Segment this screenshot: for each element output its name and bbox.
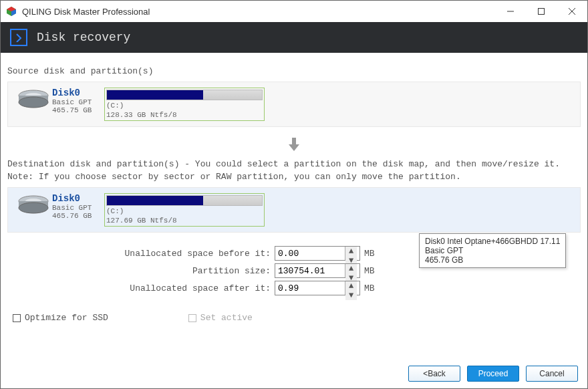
svg-marker-12 <box>289 144 299 151</box>
proceed-button[interactable]: Proceed <box>467 366 519 382</box>
partition-desc: 127.69 GB Ntfs/8 <box>106 217 263 225</box>
source-label: Source disk and partition(s) <box>7 66 581 76</box>
svg-rect-4 <box>539 9 545 15</box>
arrow-down-icon <box>7 136 581 152</box>
optimize-ssd-checkbox[interactable]: Optimize for SSD <box>13 313 108 323</box>
partition-size-stepper[interactable]: ▲▼ <box>275 263 360 278</box>
checkbox-icon <box>13 314 21 322</box>
spin-up-icon[interactable]: ▲ <box>345 247 357 256</box>
destination-label: Destination disk and partition(s) - You … <box>7 159 581 169</box>
destination-disk-size: 465.76 GB <box>52 212 104 220</box>
field-label: Unallocated space after it: <box>7 283 275 293</box>
partition-desc: 128.33 GB Ntfs/8 <box>106 111 263 119</box>
minimize-button[interactable] <box>495 1 526 22</box>
unalloc-before-stepper[interactable]: ▲▼ <box>275 246 360 261</box>
maximize-button[interactable] <box>526 1 557 22</box>
source-disk-panel: Disk0 Basic GPT 465.75 GB (C:) 128.33 GB… <box>7 82 581 127</box>
unalloc-before-input[interactable] <box>275 247 345 260</box>
destination-disk-type: Basic GPT <box>52 204 104 212</box>
destination-partition[interactable]: (C:) 127.69 GB Ntfs/8 <box>104 193 265 227</box>
svg-rect-11 <box>292 138 296 144</box>
window-title: QILING Disk Master Professional <box>22 7 495 17</box>
tooltip-line2: Basic GPT <box>425 246 560 255</box>
page-title: Disk recovery <box>37 31 130 44</box>
partition-bar <box>106 90 263 100</box>
unit-label: MB <box>364 249 375 259</box>
checkbox-icon <box>188 314 196 322</box>
source-disk-size: 465.75 GB <box>52 106 104 114</box>
destination-disk-panel[interactable]: Disk0 Basic GPT 465.76 GB (C:) 127.69 GB… <box>7 187 581 233</box>
unit-label: MB <box>364 266 375 276</box>
partition-letter: (C:) <box>106 102 263 110</box>
partition-bar <box>106 195 263 206</box>
hard-disk-icon <box>15 193 52 215</box>
spin-up-icon[interactable]: ▲ <box>345 281 357 291</box>
source-disk-name: Disk0 <box>52 88 104 98</box>
hard-disk-icon <box>15 88 52 109</box>
svg-point-16 <box>19 203 48 213</box>
back-button[interactable]: <Back <box>408 366 460 382</box>
footer-buttons: <Back Proceed Cancel <box>408 366 578 382</box>
disk-tooltip: Disk0 Intel Optane+466GBHDD 17.11 Basic … <box>419 233 566 268</box>
set-active-checkbox: Set active <box>188 313 253 323</box>
unalloc-after-stepper[interactable]: ▲▼ <box>275 281 360 295</box>
title-bar: QILING Disk Master Professional <box>1 1 587 22</box>
recovery-icon <box>10 29 27 46</box>
spin-down-icon[interactable]: ▼ <box>345 291 357 300</box>
source-disk-type: Basic GPT <box>52 98 104 106</box>
unalloc-after-input[interactable] <box>275 281 345 295</box>
source-disk-meta: Disk0 Basic GPT 465.75 GB <box>52 88 104 114</box>
partition-size-input[interactable] <box>275 264 345 277</box>
app-icon <box>6 6 17 17</box>
partition-letter: (C:) <box>106 207 263 215</box>
cancel-button[interactable]: Cancel <box>526 366 578 382</box>
field-label: Unallocated space before it: <box>7 249 275 259</box>
page-header: Disk recovery <box>1 22 587 53</box>
field-label: Partition size: <box>7 266 275 276</box>
destination-disk-meta: Disk0 Basic GPT 465.76 GB <box>52 193 104 220</box>
checkbox-label: Optimize for SSD <box>25 313 108 323</box>
spin-up-icon[interactable]: ▲ <box>345 264 357 273</box>
source-partition[interactable]: (C:) 128.33 GB Ntfs/8 <box>104 88 265 121</box>
field-unalloc-after: Unallocated space after it: ▲▼ MB <box>7 281 581 295</box>
tooltip-line3: 465.76 GB <box>425 255 560 265</box>
destination-disk-name: Disk0 <box>52 193 104 204</box>
svg-point-10 <box>19 97 48 108</box>
checkbox-label: Set active <box>200 313 253 323</box>
destination-note: Note: If you choose sector by sector or … <box>7 172 581 182</box>
tooltip-line1: Disk0 Intel Optane+466GBHDD 17.11 <box>425 237 560 246</box>
unit-label: MB <box>364 283 375 293</box>
close-button[interactable] <box>557 1 587 22</box>
